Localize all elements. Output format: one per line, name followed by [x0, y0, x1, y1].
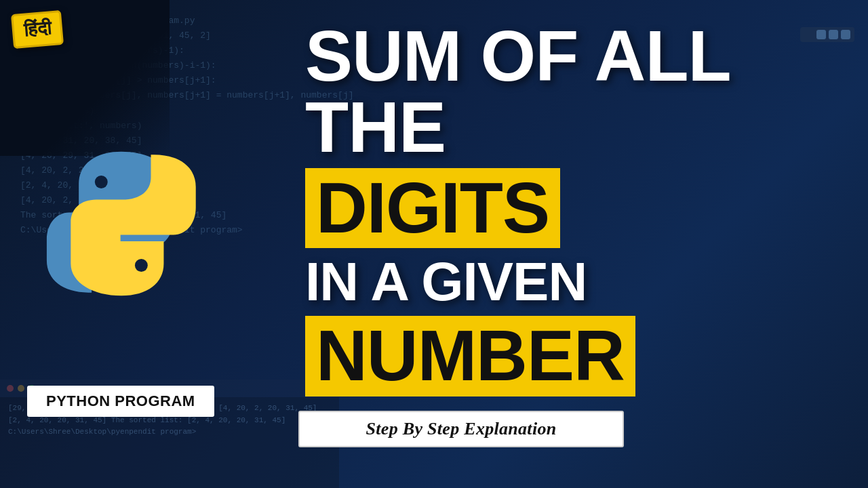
terminal-min-dot [18, 385, 24, 392]
title-highlight-digits: DIGITS [305, 168, 560, 248]
title-highlight-number: NUMBER [305, 316, 635, 396]
step-explanation-text: Step By Step Explanation [366, 419, 557, 439]
terminal-close-dot [7, 385, 14, 392]
svg-point-1 [135, 259, 148, 272]
svg-point-0 [95, 176, 108, 188]
title-area: SUM OF ALL THE DIGITS IN A GIVEN NUMBER [305, 20, 848, 402]
python-logo-svg [34, 136, 210, 312]
title-line3: IN A GIVEN [305, 253, 848, 310]
hindi-badge: हिंदी [11, 10, 64, 49]
title-line1: SUM OF ALL THE [305, 20, 848, 163]
thumbnail-container: C:\Users\Shree> python program.py number… [0, 0, 868, 488]
python-logo-container [34, 136, 224, 366]
step-explanation-badge: Step By Step Explanation [298, 411, 624, 447]
python-program-badge: PYTHON PROGRAM [27, 386, 214, 417]
